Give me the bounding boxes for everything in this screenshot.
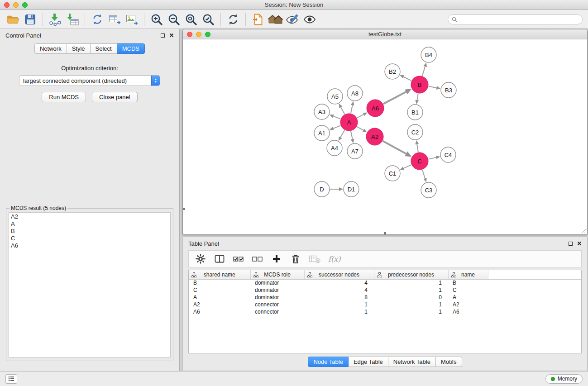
- table-cell[interactable]: A: [189, 294, 250, 301]
- mcds-result-item[interactable]: A6: [11, 242, 168, 249]
- open-session-icon[interactable]: [5, 12, 22, 27]
- table-settings-gear-icon[interactable]: [193, 252, 208, 266]
- graph-edge-A-A8[interactable]: [351, 105, 353, 113]
- graph-edge-A-A3[interactable]: [333, 116, 340, 119]
- table-tab-motifs[interactable]: Motifs: [436, 357, 462, 367]
- add-column-icon[interactable]: [269, 252, 284, 266]
- graph-edge-B-B3[interactable]: [429, 86, 437, 88]
- table-cell[interactable]: A2: [448, 301, 488, 308]
- import-network-icon[interactable]: [47, 12, 64, 27]
- table-cell[interactable]: B: [448, 279, 488, 286]
- import-table-icon[interactable]: [64, 12, 81, 27]
- graph-edge-C-C2[interactable]: [417, 144, 418, 152]
- table-cell[interactable]: 0: [374, 294, 448, 301]
- table-cell[interactable]: dominator: [250, 294, 304, 301]
- table-cell[interactable]: A: [448, 294, 488, 301]
- select-all-icon[interactable]: [231, 252, 246, 266]
- close-panel-button[interactable]: Close panel: [92, 92, 138, 102]
- table-cell[interactable]: A2: [189, 301, 250, 308]
- table-row[interactable]: A6connector11A6: [189, 308, 581, 315]
- deselect-all-icon[interactable]: [250, 252, 265, 266]
- close-table-panel-icon[interactable]: [577, 241, 582, 246]
- network-window-titlebar[interactable]: testGlobe.txt: [183, 29, 587, 39]
- optimization-criterion-dropdown[interactable]: largest connected component (directed) ▲…: [19, 75, 160, 86]
- tab-style[interactable]: Style: [67, 43, 91, 54]
- table-cell[interactable]: A6: [448, 308, 488, 315]
- mcds-result-item[interactable]: B: [11, 228, 168, 235]
- graph-edge-B-B1[interactable]: [417, 94, 418, 100]
- table-row[interactable]: Adominator80A: [189, 294, 581, 301]
- mcds-result-item[interactable]: A2: [11, 213, 168, 220]
- graph-edge-B-B2[interactable]: [403, 77, 411, 81]
- float-panel-icon[interactable]: [161, 33, 165, 38]
- export-image-icon[interactable]: [123, 12, 140, 27]
- zoom-out-icon[interactable]: [165, 12, 182, 27]
- graph-edge-C-C4[interactable]: [429, 157, 436, 159]
- network-zoom-button[interactable]: [205, 32, 210, 37]
- table-cell[interactable]: A6: [189, 308, 250, 315]
- search-box[interactable]: [448, 14, 583, 24]
- mcds-result-list[interactable]: A2ABCA6: [9, 212, 171, 357]
- table-cell[interactable]: 1: [374, 279, 448, 286]
- export-document-icon[interactable]: [249, 12, 267, 27]
- table-cell[interactable]: connector: [250, 308, 304, 315]
- run-mcds-button[interactable]: Run MCDS: [42, 92, 86, 102]
- table-row[interactable]: Bdominator41B: [189, 279, 581, 286]
- search-input[interactable]: [459, 16, 578, 23]
- table-cell[interactable]: C: [189, 286, 250, 294]
- table-cell[interactable]: dominator: [250, 286, 304, 294]
- column-header-shared-name[interactable]: shared name: [189, 270, 250, 279]
- table-cell[interactable]: C: [448, 286, 488, 294]
- delete-column-icon[interactable]: [288, 252, 303, 266]
- graph-edge-C-C1[interactable]: [404, 165, 411, 168]
- home-views-icon[interactable]: [267, 12, 284, 27]
- refresh-icon[interactable]: [225, 12, 242, 27]
- tab-network[interactable]: Network: [34, 43, 67, 54]
- table-cell[interactable]: connector: [250, 301, 304, 308]
- zoom-in-icon[interactable]: [148, 12, 165, 27]
- minimize-window-button[interactable]: [13, 2, 19, 8]
- resize-handle-left[interactable]: [183, 208, 185, 210]
- table-cell[interactable]: dominator: [250, 279, 304, 286]
- network-canvas[interactable]: AA1A2A3A4A5A6A7A8BB1B2B3B4CC1C2C3C4DD1: [183, 39, 587, 234]
- graph-edge-A-A5[interactable]: [341, 107, 345, 114]
- graph-edge-A-A2[interactable]: [357, 127, 363, 130]
- column-header-successor-nodes[interactable]: successor nodes: [304, 270, 374, 279]
- close-panel-icon[interactable]: [169, 33, 174, 38]
- graph-edge-A-A1[interactable]: [333, 125, 340, 129]
- network-arrows-icon[interactable]: [89, 12, 106, 27]
- resize-handle-bottom[interactable]: [384, 232, 386, 234]
- function-builder-icon[interactable]: f(x): [326, 255, 340, 263]
- graph-edge-A-A4[interactable]: [340, 130, 344, 137]
- column-header-predecessor-nodes[interactable]: predecessor nodes: [374, 270, 448, 279]
- save-session-icon[interactable]: [22, 12, 39, 27]
- table-cell[interactable]: 1: [374, 308, 448, 315]
- table-tab-node-table[interactable]: Node Table: [308, 357, 349, 367]
- network-minimize-button[interactable]: [196, 32, 201, 37]
- eye-icon[interactable]: [301, 12, 318, 27]
- table-tab-edge-table[interactable]: Edge Table: [349, 357, 388, 367]
- zoom-selected-icon[interactable]: [200, 12, 217, 27]
- show-columns-icon[interactable]: [212, 252, 227, 266]
- table-cell[interactable]: 8: [304, 294, 374, 301]
- table-cell[interactable]: 1: [374, 286, 448, 294]
- zoom-window-button[interactable]: [22, 2, 28, 8]
- table-cell[interactable]: 4: [304, 286, 374, 294]
- zoom-fit-icon[interactable]: [182, 12, 200, 27]
- graph-edge-A-A6[interactable]: [357, 114, 364, 118]
- table-cell[interactable]: 1: [304, 301, 374, 308]
- close-window-button[interactable]: [4, 2, 10, 8]
- table-cell[interactable]: 1: [374, 301, 448, 308]
- table-cell[interactable]: B: [189, 279, 250, 286]
- task-history-icon[interactable]: [5, 374, 17, 384]
- graph-edge-A6-B[interactable]: [383, 92, 406, 104]
- column-header-mcds-role[interactable]: MCDS role: [250, 270, 304, 279]
- float-table-panel-icon[interactable]: [569, 242, 573, 246]
- graph-edge-A-A7[interactable]: [351, 131, 353, 139]
- graph-edge-C-C3[interactable]: [422, 170, 425, 178]
- graph-edge-A2-C[interactable]: [383, 141, 406, 154]
- tab-select[interactable]: Select: [91, 43, 117, 54]
- table-arrows-icon[interactable]: [106, 12, 123, 27]
- resize-grip-icon[interactable]: [581, 229, 587, 234]
- table-cell[interactable]: 4: [304, 279, 374, 286]
